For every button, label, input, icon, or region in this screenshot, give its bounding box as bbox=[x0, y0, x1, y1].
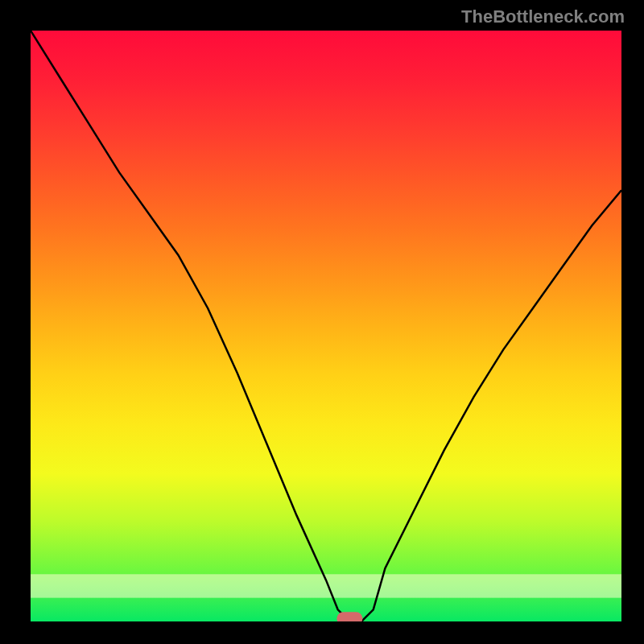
watermark-text: TheBottleneck.com bbox=[461, 6, 625, 27]
chart-curve-layer bbox=[31, 31, 621, 621]
chart-frame: TheBottleneck.com bbox=[0, 0, 644, 644]
